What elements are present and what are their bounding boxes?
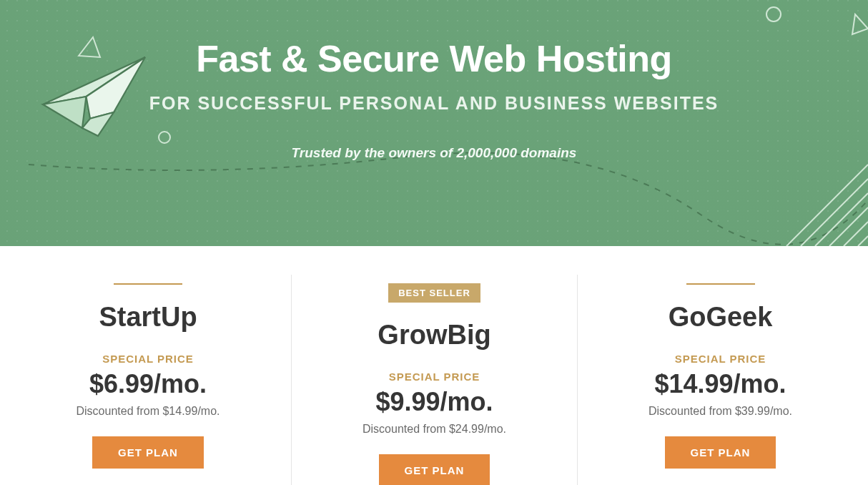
svg-line-8 — [786, 165, 868, 246]
special-price-label: SPECIAL PRICE — [34, 353, 262, 365]
get-plan-button[interactable]: GET PLAN — [379, 454, 490, 485]
plan-name: GoGeek — [606, 302, 834, 333]
plan-discounted: Discounted from $24.99/mo. — [320, 423, 548, 436]
svg-line-13 — [858, 236, 868, 246]
plan-price: $9.99/mo. — [320, 387, 548, 417]
get-plan-button[interactable]: GET PLAN — [92, 436, 204, 469]
svg-line-10 — [815, 193, 868, 246]
special-price-label: SPECIAL PRICE — [320, 371, 548, 383]
hero-subtitle: FOR SUCCESSFUL PERSONAL AND BUSINESS WEB… — [0, 93, 868, 114]
pricing-plans: StartUp SPECIAL PRICE $6.99/mo. Discount… — [0, 246, 868, 485]
svg-point-4 — [159, 132, 170, 143]
plan-price: $6.99/mo. — [34, 369, 262, 399]
get-plan-button[interactable]: GET PLAN — [665, 436, 776, 469]
plan-startup: StartUp SPECIAL PRICE $6.99/mo. Discount… — [5, 275, 291, 485]
plan-discounted: Discounted from $14.99/mo. — [34, 405, 262, 418]
svg-marker-7 — [852, 14, 868, 34]
svg-line-9 — [801, 179, 868, 246]
svg-point-5 — [766, 7, 781, 21]
plan-name: StartUp — [34, 302, 262, 333]
plan-price: $14.99/mo. — [606, 369, 834, 399]
plan-discounted: Discounted from $39.99/mo. — [606, 405, 834, 418]
hero-trusted-text: Trusted by the owners of 2,000,000 domai… — [0, 145, 868, 161]
best-seller-badge: BEST SELLER — [388, 283, 480, 303]
plan-divider — [114, 283, 182, 285]
svg-marker-3 — [82, 112, 114, 136]
hero-title: Fast & Secure Web Hosting — [0, 37, 868, 80]
special-price-label: SPECIAL PRICE — [606, 353, 834, 365]
plan-gogeek: GoGeek SPECIAL PRICE $14.99/mo. Discount… — [577, 275, 863, 485]
plan-divider — [686, 283, 755, 285]
plan-name: GrowBig — [320, 320, 548, 351]
svg-line-12 — [844, 222, 868, 246]
plan-growbig: BEST SELLER GrowBig SPECIAL PRICE $9.99/… — [291, 275, 577, 485]
svg-line-11 — [829, 207, 868, 246]
hero: Fast & Secure Web Hosting FOR SUCCESSFUL… — [0, 0, 868, 246]
